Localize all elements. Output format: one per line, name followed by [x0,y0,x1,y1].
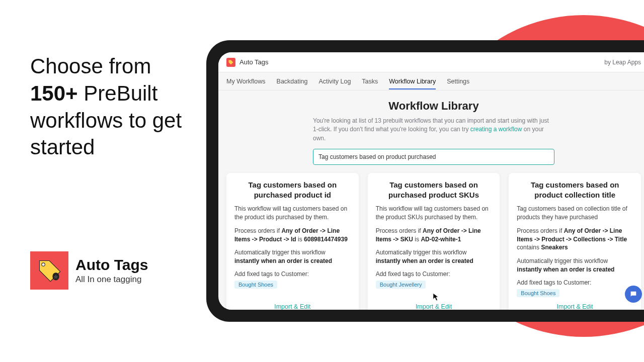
card-trigger: Automatically trigger this workflow inst… [234,248,351,265]
card-tag-row: Add fixed tags to Customer: Bought Shoes [517,279,633,297]
import-edit-button[interactable]: Import & Edit [557,303,593,310]
card-trigger: Automatically trigger this workflow inst… [517,257,633,274]
headline-bold: 150+ [30,81,78,105]
search-input[interactable] [313,149,554,165]
card-trigger: Automatically trigger this workflow inst… [376,248,492,265]
device-frame: Auto Tags by Leap Apps My Workflows Back… [206,40,644,322]
import-edit-button[interactable]: Import & Edit [274,303,310,310]
chat-icon [629,290,637,298]
brand-name: Auto Tags [75,256,148,274]
tab-activity-log[interactable]: Activity Log [318,74,351,89]
card-tag-label: Add fixed tags to Customer: [376,270,450,278]
card-title: Tag customers based on purchased product… [234,180,351,200]
tag-chip: Bought Jewellery [376,281,426,289]
brand-subtitle: All In one tagging [75,275,148,285]
card-rule: Process orders if Any of Order -> Line I… [234,227,351,244]
app-icon [226,58,235,67]
card-tag-row: Add fixed tags to Customer: Bought Jewel… [376,270,492,289]
headline-part-3: workflows to get [30,109,182,132]
cursor-icon [433,293,440,302]
tab-bar: My Workflows Backdating Activity Log Tas… [218,72,644,90]
chat-button[interactable] [625,286,642,303]
card-description: This workflow will tag customers based o… [234,205,351,222]
svg-point-0 [42,263,45,266]
page-title: Workflow Library [226,100,641,113]
headline-part-1: Choose from [30,54,151,78]
app-vendor: by Leap Apps [604,59,641,66]
card-title: Tag customers based on purchased product… [376,180,492,200]
app-header: Auto Tags by Leap Apps [218,52,644,72]
workflow-cards: Tag customers based on purchased product… [226,173,641,310]
card-tag-label: Add fixed tags to Customer: [517,279,591,286]
tab-my-workflows[interactable]: My Workflows [226,74,266,89]
import-edit-button[interactable]: Import & Edit [416,303,452,310]
app-screen: Auto Tags by Leap Apps My Workflows Back… [218,52,644,310]
card-tag-row: Add fixed tags to Customer: Bought Shoes [234,270,351,289]
workflow-card: Tag customers based on purchased product… [226,173,359,310]
tag-chip: Bought Shoes [234,281,277,289]
workflow-card: Tag customers based on product collectio… [509,173,641,310]
tab-backdating[interactable]: Backdating [277,74,308,89]
tab-tasks[interactable]: Tasks [362,74,378,89]
card-description: This workflow will tag customers based o… [376,205,492,222]
card-rule: Process orders if Any of Order -> Line I… [376,227,492,244]
tab-settings[interactable]: Settings [447,74,469,89]
headline-part-4: started [30,135,95,159]
page-description: You're looking at list of 13 prebuilt wo… [313,117,554,143]
create-workflow-link[interactable]: creating a workflow [470,126,522,133]
workflow-card: Tag customers based on purchased product… [368,173,500,310]
card-tag-label: Add fixed tags to Customer: [234,270,309,278]
brand-block: Auto Tags All In one tagging [30,251,148,290]
page-body: Workflow Library You're looking at list … [218,90,644,310]
card-description: Tag customers based on collection title … [517,205,633,222]
brand-icon [30,251,68,290]
headline-part-2: PreBuilt [78,81,158,105]
app-title: Auto Tags [239,58,269,66]
card-title: Tag customers based on product collectio… [517,180,633,200]
tab-workflow-library[interactable]: Workflow Library [389,74,436,89]
marketing-headline: Choose from 150+ PreBuilt workflows to g… [30,53,196,161]
tag-chip: Bought Shoes [517,289,559,297]
card-rule: Process orders if Any of Order -> Line I… [517,227,633,252]
